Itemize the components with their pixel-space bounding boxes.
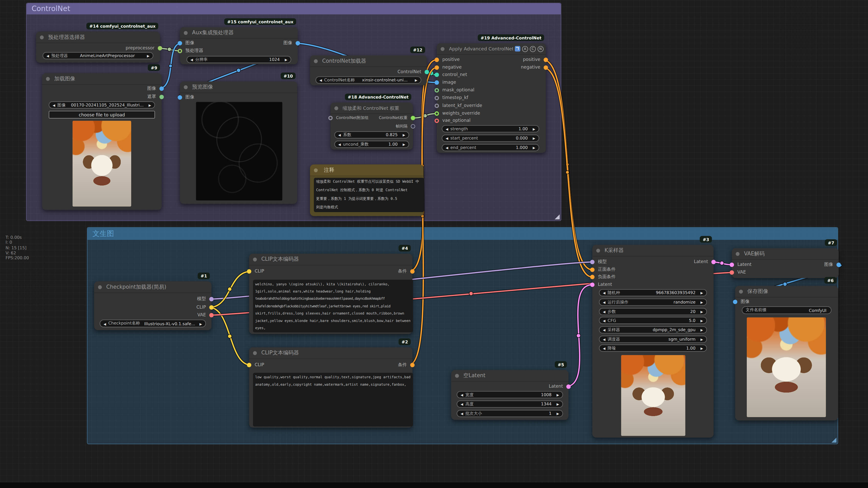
port-dot[interactable]	[435, 111, 439, 116]
node-title[interactable]: 空Latent	[451, 370, 568, 381]
prev-arrow-icon[interactable]: ◀	[603, 310, 606, 314]
next-arrow-icon[interactable]: ▶	[533, 136, 535, 140]
next-arrow-icon[interactable]: ▶	[557, 402, 559, 406]
widget-filename-prefix[interactable]: 文件名前缀ComfyUI	[742, 306, 831, 314]
next-arrow-icon[interactable]: ▶	[285, 58, 287, 61]
next-arrow-icon[interactable]: ▶	[701, 300, 703, 304]
output-controlnet[interactable]: ControlNet	[310, 68, 427, 75]
next-arrow-icon[interactable]: ▶	[415, 78, 417, 82]
widget-cfg[interactable]: ◀CFG5.0▶	[599, 317, 707, 324]
port-dot[interactable]	[209, 297, 214, 301]
input-timestep-kf[interactable]: timestep_kf	[437, 95, 546, 101]
widget-base-multiplier[interactable]: ◀系数0.825▶	[334, 131, 409, 139]
collapse-dot-icon[interactable]	[441, 47, 444, 51]
collapse-dot-icon[interactable]	[596, 249, 600, 252]
node-aux-preprocessor[interactable]: #15 comfyui_controlnet_aux Aux集成预处理器 图像 …	[180, 27, 298, 64]
widget-start-percent[interactable]: ◀start_percent0.000▶	[442, 135, 539, 142]
port-dot[interactable]	[590, 275, 594, 279]
node-ksampler[interactable]: #3 K采样器 模型 正面条件 负面条件 Latent Latent ◀随机种9…	[592, 245, 714, 438]
next-arrow-icon[interactable]: ▶	[701, 346, 703, 350]
next-arrow-icon[interactable]: ▶	[557, 411, 559, 415]
output-mask[interactable]: 遮罩	[42, 94, 162, 100]
port-dot[interactable]	[410, 363, 414, 367]
port-dot[interactable]	[178, 95, 182, 99]
prev-arrow-icon[interactable]: ◀	[445, 136, 448, 140]
input-image[interactable]: 图像	[180, 94, 297, 101]
widget-scheduler[interactable]: ◀调度器sgm_uniform▶	[599, 336, 707, 343]
node-preprocessor-selector[interactable]: #14 comfyui_controlnet_aux 预处理器选择器 prepr…	[36, 31, 160, 62]
port-dot[interactable]	[296, 41, 300, 45]
output-timestep-kf[interactable]: 帧间隔	[331, 123, 413, 130]
node-load-image[interactable]: #9 加载图像 图像 遮罩 ◀图像00170-20241105_202524_I…	[42, 73, 162, 210]
node-apply-advanced-controlnet[interactable]: #19 Advanced-ControlNet Apply Advanced C…	[437, 43, 546, 153]
input-preprocessor[interactable]: 预处理器	[180, 48, 298, 54]
node-note[interactable]: 注释 缩放柔和 ControlNet 权重节点可以设置类似 SD WebUI 中…	[310, 165, 424, 216]
node-title[interactable]: 加载图像	[42, 73, 162, 85]
node-title[interactable]: 预处理器选择器	[36, 31, 160, 43]
output-image[interactable]: 图像	[732, 261, 839, 268]
node-soft-controlnet-weights[interactable]: #18 Advanced-ControlNet 缩放柔和 ControlNet …	[331, 103, 413, 149]
port-dot[interactable]	[733, 300, 737, 304]
widget-image-file[interactable]: ◀图像00170-20241105_202524_Illustri...▶	[49, 101, 155, 109]
port-dot[interactable]	[178, 49, 182, 53]
node-empty-latent[interactable]: #5 空Latent Latent ◀宽度1008▶ ◀高度1344▶ ◀批次大…	[451, 370, 568, 420]
input-image[interactable]: image	[437, 79, 546, 86]
widget-checkpoint-name[interactable]: ◀Checkpoint名称Illustrious-XL-v0.1.safe...…	[100, 320, 206, 327]
sampler-preview-image[interactable]	[621, 355, 685, 436]
port-dot[interactable]	[544, 65, 548, 69]
node-title[interactable]: 预览图像	[180, 81, 297, 93]
widget-height[interactable]: ◀高度1344▶	[457, 400, 563, 408]
prev-arrow-icon[interactable]: ◀	[603, 291, 606, 294]
collapse-dot-icon[interactable]	[184, 31, 188, 34]
lineart-preview[interactable]	[196, 102, 282, 200]
port-dot[interactable]	[590, 267, 594, 272]
port-dot[interactable]	[410, 269, 414, 274]
next-arrow-icon[interactable]: ▶	[533, 127, 535, 131]
widget-steps[interactable]: ◀步数20▶	[599, 308, 707, 315]
upload-button[interactable]: choose file to upload	[49, 111, 155, 118]
port-dot[interactable]	[158, 46, 162, 50]
prev-arrow-icon[interactable]: ◀	[445, 146, 448, 149]
input-image[interactable]: 图像	[735, 299, 838, 305]
port-dot[interactable]	[411, 124, 415, 128]
port-dot[interactable]	[411, 116, 415, 120]
port-dot[interactable]	[544, 58, 548, 62]
input-positive-cond[interactable]: 正面条件	[592, 266, 714, 273]
node-title[interactable]: ControlNet加载器	[310, 55, 427, 67]
next-arrow-icon[interactable]: ▶	[147, 54, 149, 58]
negative-prompt-text[interactable]: low quality,worst quality,normal quality…	[253, 373, 413, 427]
collapse-dot-icon[interactable]	[184, 85, 188, 89]
prev-arrow-icon[interactable]: ◀	[461, 393, 463, 397]
node-title[interactable]: Checkpoint加载器(简易)	[94, 282, 212, 293]
output-conditioning[interactable]: 条件	[249, 362, 412, 368]
port-dot[interactable]	[435, 73, 439, 77]
node-clip-text-encode-positive[interactable]: #4 CLIP文本编码器 CLIP 条件 welchino, yanyo \(o…	[249, 254, 412, 334]
collapse-dot-icon[interactable]	[253, 351, 257, 355]
output-model[interactable]: 模型	[94, 296, 212, 303]
prev-arrow-icon[interactable]: ◀	[338, 142, 341, 146]
output-latent[interactable]: Latent	[451, 383, 568, 390]
input-mask-optional[interactable]: mask_optional	[437, 87, 546, 94]
widget-strength[interactable]: ◀strength1.00▶	[442, 125, 539, 132]
port-dot[interactable]	[159, 86, 164, 91]
widget-resolution[interactable]: ◀分辨率1024▶	[186, 56, 291, 63]
node-title[interactable]: Aux集成预处理器	[180, 27, 298, 39]
port-dot[interactable]	[590, 283, 594, 287]
node-controlnet-loader[interactable]: #12 ControlNet加载器 ControlNet ◀ControlNet…	[310, 55, 427, 85]
node-title[interactable]: CLIP文本编码器	[249, 254, 412, 265]
next-arrow-icon[interactable]: ▶	[199, 322, 202, 325]
positive-prompt-text[interactable]: welchino, yanyo \(ogino atsuki\), kita \…	[253, 280, 413, 333]
prev-arrow-icon[interactable]: ◀	[338, 133, 341, 137]
port-dot[interactable]	[837, 263, 841, 267]
prev-arrow-icon[interactable]: ◀	[461, 402, 463, 406]
widget-width[interactable]: ◀宽度1008▶	[457, 391, 563, 398]
output-positive[interactable]: positive	[437, 57, 546, 63]
node-vae-decode[interactable]: #7 VAE解码 Latent VAE 图像	[732, 248, 839, 278]
next-arrow-icon[interactable]: ▶	[403, 142, 405, 146]
output-preprocessor[interactable]: preprocessor	[36, 45, 160, 52]
port-dot[interactable]	[435, 96, 439, 100]
collapse-dot-icon[interactable]	[334, 106, 338, 110]
next-arrow-icon[interactable]: ▶	[557, 393, 559, 397]
output-cn-weights[interactable]: ControlNet权重	[331, 115, 413, 121]
port-dot[interactable]	[566, 384, 570, 389]
